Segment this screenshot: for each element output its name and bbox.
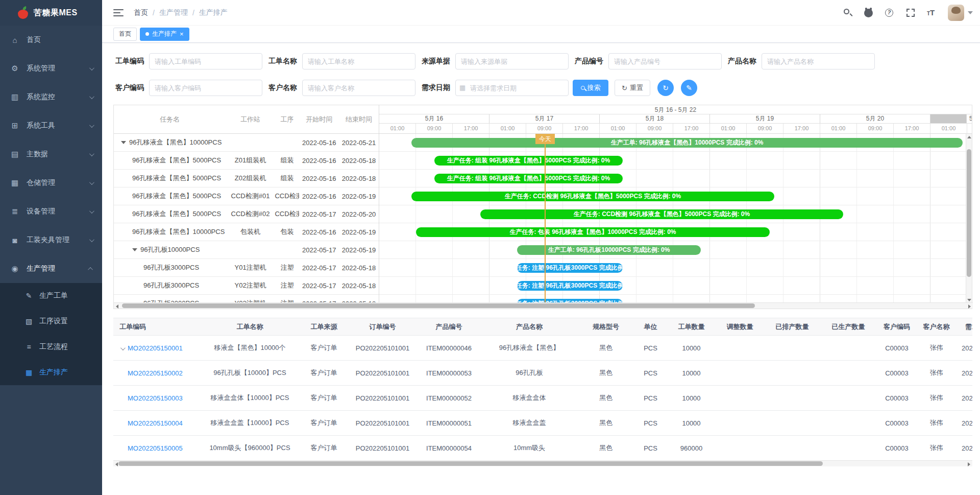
search-icon[interactable]: [843, 8, 852, 17]
workorder-name-input[interactable]: [302, 53, 415, 69]
tab-production-scheduling[interactable]: 生产排产×: [140, 28, 189, 41]
orders-cell-2: 客户订单: [300, 393, 348, 403]
customer-name-input[interactable]: [302, 80, 415, 96]
sidebar-item-equipment-management[interactable]: ≣设备管理: [0, 197, 102, 226]
gantt-task-row[interactable]: 96孔孔板3000PCSY01注塑机注塑2022-05-172022-05-18: [114, 259, 379, 277]
gantt-task-row[interactable]: 96孔移液盒【黑色】10000PCS包装机包装2022-05-162022-05…: [114, 223, 379, 241]
task-name-text: 96孔移液盒【黑色】5000PCS: [132, 192, 221, 201]
workorder-link[interactable]: MO202205150001: [128, 344, 183, 352]
sidebar-item-master-data[interactable]: ▤主数据: [0, 140, 102, 169]
gantt-bar-task-blue[interactable]: 生产任务: 注塑 96孔孔板3000PCS 完成比例: 0%: [517, 281, 623, 291]
user-menu[interactable]: [948, 5, 973, 21]
gantt-task-row[interactable]: 96孔移液盒【黑色】5000PCSZ02组装机组装2022-05-162022-…: [114, 170, 379, 187]
tab-close-icon[interactable]: ×: [180, 31, 184, 37]
grid-hline: [379, 151, 967, 152]
search-button[interactable]: 搜索: [573, 80, 608, 96]
workorder-link[interactable]: MO202205150002: [128, 369, 183, 377]
gantt-bar-task[interactable]: 生产任务: 组装 96孔移液盒【黑色】5000PCS 完成比例: 0%: [434, 174, 623, 183]
orders-cell-1: 移液盒【黑色】10000个: [200, 343, 300, 352]
gantt-range-label: 5月 16 - 5月 22: [379, 105, 972, 114]
due-date-input[interactable]: [455, 80, 569, 96]
orders-cell-4: ITEM00000046: [417, 344, 481, 352]
gantt-horizontal-scrollbar[interactable]: [114, 302, 973, 309]
orders-horizontal-scrollbar[interactable]: [113, 460, 972, 466]
app-logo-icon: [17, 7, 29, 19]
gantt-task-row[interactable]: 96孔移液盒【黑色】5000PCSCCD检测#02CCD检测2022-05-17…: [114, 205, 379, 223]
filter-field-customer-name: 客户名称: [266, 80, 420, 96]
sidebar-fold-icon[interactable]: [113, 9, 124, 16]
breadcrumb-separator: /: [192, 9, 194, 17]
grid-table-icon: ▦: [24, 368, 33, 376]
gantt-bar-task-blue[interactable]: 生产任务: 注塑 96孔孔板3000PCS 完成比例: 0%: [517, 263, 623, 273]
breadcrumb-item[interactable]: 首页: [134, 8, 148, 17]
gantt-vscroll-thumb[interactable]: [967, 149, 971, 277]
gantt-bar-task[interactable]: 生产任务: CCD检测 96孔移液盒【黑色】5000PCS 完成比例: 0%: [411, 192, 774, 201]
gantt-hour-tick: 09:00: [636, 124, 673, 134]
gantt-bar-label: 生产工单: 96孔孔板10000PCS 完成比例: 0%: [548, 246, 670, 254]
avatar[interactable]: [948, 5, 964, 21]
orders-hscroll-thumb[interactable]: [118, 461, 823, 466]
gantt-task-row[interactable]: 96孔移液盒【黑色】5000PCSZ01组装机组装2022-05-162022-…: [114, 152, 379, 170]
github-icon[interactable]: [864, 8, 873, 17]
logo[interactable]: 苦糖果MES: [0, 0, 102, 26]
sidebar-item-system-tools[interactable]: ⊞系统工具: [0, 111, 102, 140]
gantt-bar-order[interactable]: 生产工单: 96孔移液盒【黑色】10000PCS 完成比例: 0%: [411, 138, 963, 148]
orders-cell-3: PO202205101001: [348, 344, 417, 352]
product-name-input[interactable]: [762, 53, 875, 69]
orders-col-1: 工单名称: [200, 322, 300, 332]
row-expand-caret-icon[interactable]: [121, 141, 126, 144]
gantt-task-row[interactable]: 96孔移液盒【黑色】5000PCSCCD检测#01CCD检测2022-05-16…: [114, 187, 379, 205]
sidebar-item-warehouse-management[interactable]: ▦仓储管理: [0, 169, 102, 197]
orders-col-13: 客户名称: [917, 322, 955, 332]
help-icon[interactable]: ?: [885, 8, 894, 17]
workorder-link[interactable]: MO202205150003: [128, 394, 183, 402]
submenu-item-production-workorder[interactable]: ✎生产工单: [0, 283, 102, 309]
gantt-task-row[interactable]: 96孔移液盒【黑色】10000PCS2022-05-162022-05-21: [114, 134, 379, 152]
submenu-item-process-settings[interactable]: ▧工序设置: [0, 309, 102, 334]
orders-row[interactable]: MO20220515000510mm吸头【960000】PCS客户订单PO202…: [113, 436, 972, 461]
submenu-item-process-flow[interactable]: ≡工艺流程: [0, 334, 102, 360]
orders-row[interactable]: MO202205150003移液盒盒体【10000】PCS客户订单PO20220…: [113, 386, 972, 411]
font-size-icon[interactable]: TT: [927, 8, 936, 17]
breadcrumb-item[interactable]: 生产排产: [199, 8, 228, 17]
gantt-task-row[interactable]: 96孔孔板3000PCSY02注塑机注塑2022-05-172022-05-18: [114, 277, 379, 295]
gantt-task-row[interactable]: 96孔孔板10000PCS2022-05-172022-05-19: [114, 241, 379, 259]
gantt-day-header: 5月 18: [600, 114, 710, 124]
fullscreen-icon[interactable]: [906, 8, 915, 17]
orders-row[interactable]: MO20220515000296孔孔板【10000】PCS客户订单PO20220…: [113, 361, 972, 386]
row-expand-icon[interactable]: [120, 345, 126, 350]
submenu-item-production-scheduling[interactable]: ▦生产排产: [0, 360, 102, 385]
gantt-hscroll-thumb[interactable]: [122, 303, 755, 308]
gantt-bar-task[interactable]: 生产任务: 包装 96孔移液盒【黑色】10000PCS 完成比例: 0%: [416, 227, 770, 237]
edit-round-button[interactable]: ✎: [681, 80, 697, 96]
gantt-vertical-scrollbar[interactable]: [966, 134, 972, 303]
source-doc-input[interactable]: [455, 53, 569, 69]
chevron-down-icon: [89, 237, 94, 242]
workorder-code-input[interactable]: [149, 53, 262, 69]
workorder-link[interactable]: MO202205150005: [128, 444, 183, 452]
gantt-bar-task[interactable]: 生产任务: CCD检测 96孔移液盒【黑色】5000PCS 完成比例: 0%: [480, 209, 843, 219]
orders-cell-7: PCS: [634, 444, 667, 452]
workorder-link[interactable]: MO202205150004: [128, 419, 183, 427]
customer-code-input[interactable]: [149, 80, 262, 96]
sidebar-item-system-management[interactable]: ⚙系统管理: [0, 54, 102, 83]
orders-cell-2: 客户订单: [300, 368, 348, 378]
sidebar-item-home[interactable]: ⌂首页: [0, 26, 102, 54]
product-code-input[interactable]: [608, 53, 722, 69]
gantt-cell: 2022-05-18: [339, 157, 379, 164]
sidebar-item-production-management[interactable]: ◉生产管理: [0, 254, 102, 283]
refresh-round-button[interactable]: ↻: [657, 80, 674, 96]
gantt-bar-task[interactable]: 生产任务: 组装 96孔移液盒【黑色】5000PCS 完成比例: 0%: [434, 156, 623, 166]
gantt-cell: CCD检测#01: [226, 192, 275, 201]
screen: 苦糖果MES ⌂首页⚙系统管理▥系统监控⊞系统工具▤主数据▦仓储管理≣设备管理◙…: [0, 0, 980, 495]
reset-button[interactable]: ↻重置: [615, 80, 650, 96]
sidebar-item-tooling-fixture-management[interactable]: ◙工装夹具管理: [0, 226, 102, 254]
orders-row[interactable]: MO202205150001移液盒【黑色】10000个客户订单PO2022051…: [113, 336, 972, 361]
breadcrumb-item[interactable]: 生产管理: [159, 8, 188, 17]
row-expand-caret-icon[interactable]: [132, 248, 137, 251]
orders-cell-4: ITEM00000051: [417, 419, 481, 427]
gantt-day-header: 5月 20: [820, 114, 930, 124]
orders-row[interactable]: MO202205150004移液盒盒盖【10000】PCS客户订单PO20220…: [113, 411, 972, 436]
tab-home[interactable]: 首页: [113, 28, 137, 41]
sidebar-item-system-monitor[interactable]: ▥系统监控: [0, 83, 102, 111]
